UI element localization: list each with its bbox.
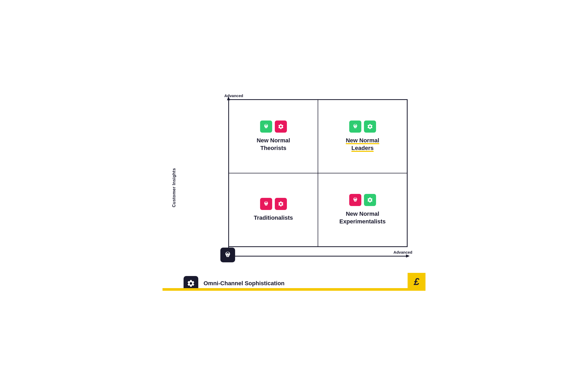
quadrant-top-right-icons	[349, 121, 376, 133]
quadrant-bottom-left: Traditionalists	[229, 173, 318, 247]
quadrant-bottom-left-icons	[260, 198, 287, 210]
top-right-icon-gear	[364, 121, 376, 133]
svg-point-1	[354, 125, 356, 127]
svg-point-0	[265, 125, 267, 127]
page-container: Customer Insights Advanced Advanced	[163, 86, 425, 291]
quadrant-top-right-label: New Normal Leaders	[346, 137, 379, 152]
quadrant-top-left-icons	[260, 121, 287, 133]
quadrant-bottom-right-icons	[349, 194, 376, 206]
advanced-right-label: Advanced	[393, 250, 412, 254]
quadrant-bottom-right-label: New Normal Experimentalists	[339, 210, 386, 225]
logo-badge: £	[408, 273, 425, 291]
axes-container: Advanced Advanced	[184, 93, 412, 272]
top-left-icon-gear	[275, 121, 287, 133]
corner-bulb-icon	[220, 248, 235, 262]
quadrant-bottom-left-label: Traditionalists	[254, 214, 293, 222]
x-axis-arrow	[228, 256, 407, 257]
matrix-grid: New Normal Theorists	[228, 99, 408, 247]
bottom-right-icon-gear	[364, 194, 376, 206]
quadrant-top-left-label: New Normal Theorists	[257, 137, 290, 152]
svg-point-3	[354, 199, 356, 200]
legend-label: Omni-Channel Sophistication	[204, 280, 285, 287]
quadrant-top-right: New Normal Leaders	[318, 100, 407, 173]
bottom-left-icon-gear	[275, 198, 287, 210]
bottom-bar	[163, 288, 408, 291]
top-left-icon-bulb	[260, 121, 272, 133]
quadrant-top-left: New Normal Theorists	[229, 100, 318, 173]
svg-point-2	[265, 202, 267, 204]
svg-point-4	[227, 253, 229, 255]
bottom-left-icon-bulb	[260, 198, 272, 210]
y-axis-label: Customer Insights	[172, 168, 176, 207]
bottom-right-icon-bulb	[349, 194, 361, 206]
top-right-icon-bulb	[349, 121, 361, 133]
quadrant-bottom-right: New Normal Experimentalists	[318, 173, 407, 247]
